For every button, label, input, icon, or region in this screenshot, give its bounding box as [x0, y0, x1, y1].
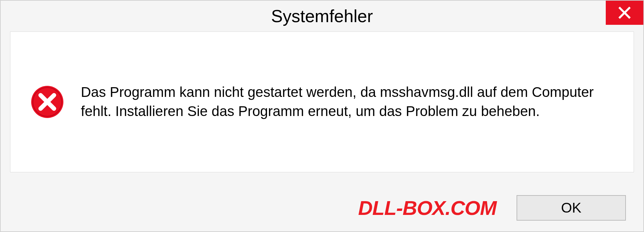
dialog-title: Systemfehler — [271, 6, 373, 26]
error-message: Das Programm kann nicht gestartet werden… — [81, 83, 620, 121]
message-box: Das Programm kann nicht gestartet werden… — [10, 32, 634, 172]
watermark-text: DLL-BOX.COM — [358, 196, 496, 220]
dialog-footer: DLL-BOX.COM OK — [1, 184, 643, 231]
error-dialog: Systemfehler Das Programm kann nicht ges… — [0, 0, 644, 232]
ok-button[interactable]: OK — [517, 195, 626, 221]
content-area: Das Programm kann nicht gestartet werden… — [1, 32, 643, 184]
title-bar: Systemfehler — [1, 1, 643, 32]
close-icon — [618, 6, 631, 19]
close-button[interactable] — [606, 1, 643, 25]
error-icon — [31, 85, 64, 119]
